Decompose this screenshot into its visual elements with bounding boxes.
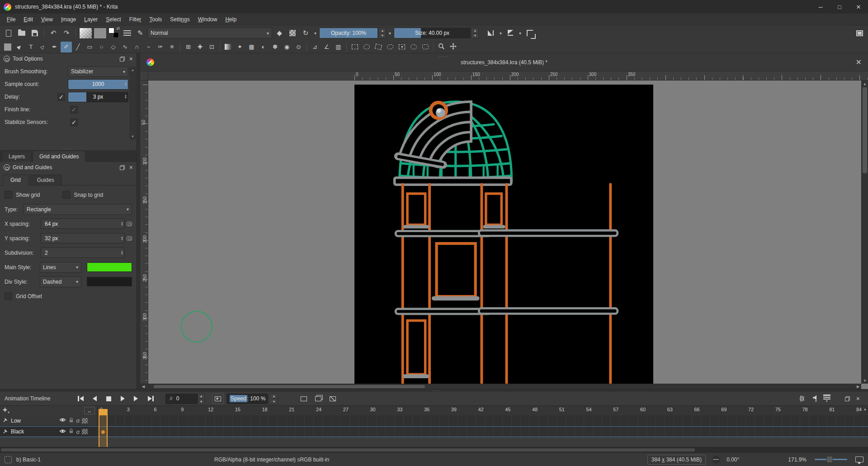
image-dimensions[interactable]: 384 x 384 (40.5 MiB): [647, 455, 706, 465]
show-grid-checkbox[interactable]: ✓: [5, 191, 12, 199]
tool-options-scrollbar[interactable]: ▲ ▼: [130, 67, 136, 139]
pattern-chooser-button[interactable]: [94, 28, 107, 39]
inherit-alpha-icon[interactable]: [82, 418, 88, 423]
vertical-mirror-button[interactable]: [505, 27, 516, 39]
opacity-spinner[interactable]: ▲▼: [379, 28, 386, 38]
maximize-button[interactable]: □: [830, 0, 849, 14]
link-y-spacing-icon[interactable]: [127, 236, 132, 241]
new-document-button[interactable]: [3, 27, 14, 39]
rotation-compass-icon[interactable]: [712, 456, 720, 464]
tab-guides[interactable]: Guides: [29, 175, 62, 185]
timeline-layer-row[interactable]: Blackα: [0, 426, 868, 437]
layer-name-cell[interactable]: Lowα: [0, 415, 97, 426]
x-spacing-spinbox[interactable]: 64 px ▲▼: [41, 219, 125, 229]
wrap-around-mode-button[interactable]: [524, 27, 536, 39]
close-button[interactable]: ✕: [849, 0, 868, 14]
frame-spinner[interactable]: ▲▼: [198, 393, 205, 404]
link-x-spacing-icon[interactable]: [127, 222, 132, 226]
timeline-ruler[interactable]: + ▾ ↔ 0369121518212427303336394245485154…: [0, 405, 868, 415]
onion-skins-icon[interactable]: [798, 395, 806, 402]
snap-to-grid-checkbox[interactable]: ✓: [62, 191, 70, 199]
save-button[interactable]: [29, 27, 41, 39]
sample-count-slider[interactable]: 1000 ▲▼: [68, 79, 128, 90]
add-blank-frame-button[interactable]: [298, 394, 309, 404]
grid-offset-checkbox[interactable]: ✓: [5, 292, 12, 300]
current-frame-spinbox[interactable]: # 0: [165, 394, 198, 404]
add-duplicate-frame-button[interactable]: [313, 394, 324, 404]
polygon-tool[interactable]: ◇: [108, 42, 119, 52]
preserve-alpha-button[interactable]: [287, 27, 298, 39]
skip-to-end-button[interactable]: [145, 394, 156, 404]
size-slider[interactable]: Size: 40.00 px: [394, 28, 471, 38]
polyline-tool[interactable]: ∿: [119, 42, 131, 52]
layer-name-cell[interactable]: Blackα: [0, 427, 97, 437]
remove-frame-button[interactable]: [327, 394, 338, 404]
drop-frames-button[interactable]: [212, 393, 224, 404]
open-document-button[interactable]: [16, 27, 28, 39]
similar-color-selection-tool[interactable]: [396, 42, 407, 52]
bezier-selection-tool[interactable]: [408, 42, 419, 52]
close-docker-icon[interactable]: ×: [129, 164, 133, 171]
docker-lock-icon[interactable]: [4, 56, 10, 62]
redo-button[interactable]: ↷: [61, 27, 72, 39]
ellipse-tool[interactable]: ○: [96, 42, 107, 52]
y-spacing-spinbox[interactable]: 32 px ▲▼: [41, 233, 125, 243]
multibrush-tool[interactable]: ✳: [166, 42, 178, 52]
finish-line-checkbox[interactable]: ✓: [70, 106, 78, 114]
float-docker-icon[interactable]: [845, 396, 850, 401]
size-spinner[interactable]: ▲▼: [472, 28, 479, 38]
canvas-image[interactable]: [354, 85, 653, 384]
gradient-chooser-button[interactable]: [79, 28, 92, 39]
docker-splitter[interactable]: ·····: [0, 147, 137, 150]
dynamic-brush-tool[interactable]: ✑: [155, 42, 166, 52]
menu-help[interactable]: Help: [221, 14, 241, 24]
assistants-tool[interactable]: ⊿: [309, 42, 321, 52]
color-sampler-tool[interactable]: ✦: [234, 42, 245, 52]
pattern-editing-tool[interactable]: ▦: [246, 42, 257, 52]
menu-view[interactable]: View: [37, 14, 57, 24]
scrollbar-thumb[interactable]: [863, 87, 867, 173]
polygonal-selection-tool[interactable]: [373, 42, 384, 52]
horizontal-mirror-button[interactable]: [485, 27, 497, 39]
speed-spinbox[interactable]: Speed: 100 %: [226, 394, 268, 404]
previous-frame-button[interactable]: [89, 394, 100, 404]
zoom-slider[interactable]: [815, 459, 847, 460]
audio-dropdown-icon[interactable]: ▾: [815, 399, 817, 403]
reload-brush-button[interactable]: ↻: [300, 27, 311, 39]
alpha-lock-icon[interactable]: α: [76, 428, 80, 435]
crop-tool[interactable]: ⊡: [206, 42, 217, 52]
document-tab[interactable]: ····· structures_384x384.kra (40.5 MiB) …: [140, 53, 868, 71]
undo-button[interactable]: ↶: [47, 27, 59, 39]
add-layer-button[interactable]: + ▾: [3, 407, 9, 414]
close-docker-icon[interactable]: ×: [129, 56, 133, 62]
line-tool[interactable]: ╱: [72, 42, 84, 52]
menu-filter[interactable]: Filter: [125, 14, 146, 24]
timeline-horizontal-scrollbar[interactable]: [0, 447, 868, 452]
scrollbar-thumb[interactable]: [154, 385, 425, 388]
menu-tools[interactable]: Tools: [145, 14, 166, 24]
lock-icon[interactable]: [68, 428, 74, 435]
menu-file[interactable]: File: [3, 14, 19, 24]
freehand-selection-tool[interactable]: [384, 42, 396, 52]
text-tool[interactable]: T: [25, 42, 37, 52]
layer-frames-cell[interactable]: [97, 427, 868, 437]
calligraphy-tool[interactable]: ✒: [49, 42, 60, 52]
scrollbar-thumb[interactable]: [1, 448, 695, 452]
tab-layers[interactable]: Layers: [2, 151, 32, 162]
canvas-horizontal-scrollbar[interactable]: ◀ ▶: [140, 384, 861, 389]
docker-canvas-splitter[interactable]: [137, 53, 140, 389]
inherit-alpha-icon[interactable]: [82, 429, 88, 434]
reference-images-tool[interactable]: ▥: [333, 42, 344, 52]
bezier-curve-tool[interactable]: ∩: [131, 42, 142, 52]
docker-lock-icon[interactable]: [4, 164, 10, 171]
magnetic-selection-tool[interactable]: [420, 42, 431, 52]
timeline-layer-row[interactable]: Lowα: [0, 415, 868, 426]
menu-settings[interactable]: Settings: [166, 14, 193, 24]
stop-button[interactable]: [103, 394, 114, 404]
playhead-marker[interactable]: [99, 409, 108, 415]
select-shapes-tool[interactable]: ▶: [14, 42, 25, 52]
layer-frames-cell[interactable]: [97, 415, 868, 426]
close-docker-icon[interactable]: ×: [856, 395, 860, 402]
tab-grid-and-guides[interactable]: Grid and Guides: [33, 151, 85, 162]
float-docker-icon[interactable]: [120, 165, 125, 170]
